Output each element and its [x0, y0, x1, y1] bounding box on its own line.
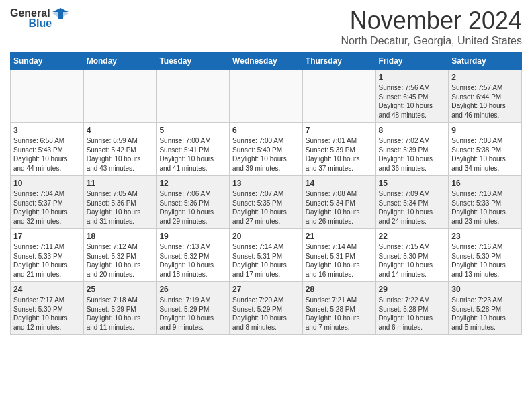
- day-info: Sunrise: 7:01 AM Sunset: 5:39 PM Dayligh…: [306, 136, 373, 173]
- calendar-cell: 8Sunrise: 7:02 AM Sunset: 5:39 PM Daylig…: [375, 123, 449, 176]
- day-info: Sunrise: 7:06 AM Sunset: 5:36 PM Dayligh…: [159, 189, 226, 226]
- day-number: 21: [306, 232, 373, 241]
- day-info: Sunrise: 7:17 AM Sunset: 5:30 PM Dayligh…: [13, 295, 81, 332]
- day-header-saturday: Saturday: [449, 53, 522, 70]
- calendar-cell: 9Sunrise: 7:03 AM Sunset: 5:38 PM Daylig…: [449, 123, 522, 176]
- day-number: 15: [379, 179, 446, 188]
- calendar-cell: 21Sunrise: 7:14 AM Sunset: 5:31 PM Dayli…: [302, 229, 375, 282]
- day-number: 19: [159, 232, 226, 241]
- calendar-cell: 2Sunrise: 7:57 AM Sunset: 6:44 PM Daylig…: [449, 70, 522, 123]
- day-info: Sunrise: 7:12 AM Sunset: 5:32 PM Dayligh…: [87, 242, 154, 279]
- day-number: 30: [451, 285, 519, 294]
- day-info: Sunrise: 7:09 AM Sunset: 5:34 PM Dayligh…: [379, 189, 446, 226]
- location: North Decatur, Georgia, United States: [341, 35, 522, 47]
- day-header-friday: Friday: [375, 53, 449, 70]
- day-number: 16: [451, 179, 519, 188]
- calendar-cell: [83, 70, 157, 123]
- day-info: Sunrise: 7:18 AM Sunset: 5:29 PM Dayligh…: [87, 295, 154, 332]
- calendar-cell: 15Sunrise: 7:09 AM Sunset: 5:34 PM Dayli…: [375, 176, 449, 229]
- calendar-cell: [230, 70, 303, 123]
- day-info: Sunrise: 6:59 AM Sunset: 5:42 PM Dayligh…: [87, 136, 154, 173]
- calendar-cell: 7Sunrise: 7:01 AM Sunset: 5:39 PM Daylig…: [302, 123, 375, 176]
- calendar-header-row: SundayMondayTuesdayWednesdayThursdayFrid…: [11, 53, 522, 70]
- calendar-cell: 13Sunrise: 7:07 AM Sunset: 5:35 PM Dayli…: [230, 176, 303, 229]
- calendar-cell: [11, 70, 84, 123]
- day-header-tuesday: Tuesday: [157, 53, 230, 70]
- title-area: November 2024 North Decatur, Georgia, Un…: [341, 7, 522, 47]
- day-number: 2: [451, 73, 519, 82]
- day-info: Sunrise: 7:04 AM Sunset: 5:37 PM Dayligh…: [13, 189, 81, 226]
- day-number: 14: [306, 179, 373, 188]
- calendar-cell: 29Sunrise: 7:22 AM Sunset: 5:28 PM Dayli…: [375, 282, 449, 335]
- day-info: Sunrise: 7:56 AM Sunset: 6:45 PM Dayligh…: [379, 83, 446, 120]
- day-info: Sunrise: 7:00 AM Sunset: 5:41 PM Dayligh…: [159, 136, 226, 173]
- day-info: Sunrise: 7:00 AM Sunset: 5:40 PM Dayligh…: [232, 136, 300, 173]
- calendar-cell: 20Sunrise: 7:14 AM Sunset: 5:31 PM Dayli…: [230, 229, 303, 282]
- calendar-cell: 25Sunrise: 7:18 AM Sunset: 5:29 PM Dayli…: [83, 282, 157, 335]
- calendar-cell: 5Sunrise: 7:00 AM Sunset: 5:41 PM Daylig…: [157, 123, 230, 176]
- calendar-cell: 6Sunrise: 7:00 AM Sunset: 5:40 PM Daylig…: [230, 123, 303, 176]
- day-number: 13: [232, 179, 300, 188]
- calendar-week-row: 24Sunrise: 7:17 AM Sunset: 5:30 PM Dayli…: [11, 282, 522, 335]
- page-container: General Blue November 2024 North Decatur…: [0, 0, 532, 342]
- header-area: General Blue November 2024 North Decatur…: [10, 7, 522, 47]
- day-info: Sunrise: 7:20 AM Sunset: 5:29 PM Dayligh…: [232, 295, 300, 332]
- calendar-cell: 30Sunrise: 7:23 AM Sunset: 5:28 PM Dayli…: [449, 282, 522, 335]
- day-number: 5: [159, 126, 226, 135]
- calendar-cell: 4Sunrise: 6:59 AM Sunset: 5:42 PM Daylig…: [83, 123, 157, 176]
- calendar-cell: 10Sunrise: 7:04 AM Sunset: 5:37 PM Dayli…: [11, 176, 84, 229]
- day-info: Sunrise: 7:57 AM Sunset: 6:44 PM Dayligh…: [451, 83, 519, 120]
- day-info: Sunrise: 7:23 AM Sunset: 5:28 PM Dayligh…: [451, 295, 519, 332]
- calendar-cell: 23Sunrise: 7:16 AM Sunset: 5:30 PM Dayli…: [449, 229, 522, 282]
- calendar-cell: 1Sunrise: 7:56 AM Sunset: 6:45 PM Daylig…: [375, 70, 449, 123]
- day-info: Sunrise: 7:10 AM Sunset: 5:33 PM Dayligh…: [451, 189, 519, 226]
- calendar-cell: 3Sunrise: 6:58 AM Sunset: 5:43 PM Daylig…: [11, 123, 84, 176]
- day-number: 28: [306, 285, 373, 294]
- day-header-monday: Monday: [83, 53, 157, 70]
- calendar-week-row: 1Sunrise: 7:56 AM Sunset: 6:45 PM Daylig…: [11, 70, 522, 123]
- calendar-cell: 22Sunrise: 7:15 AM Sunset: 5:30 PM Dayli…: [375, 229, 449, 282]
- day-info: Sunrise: 7:08 AM Sunset: 5:34 PM Dayligh…: [306, 189, 373, 226]
- day-number: 18: [87, 232, 154, 241]
- logo: General Blue: [10, 7, 71, 30]
- day-number: 27: [232, 285, 300, 294]
- day-number: 11: [87, 179, 154, 188]
- logo-icon: [51, 7, 70, 20]
- day-number: 17: [13, 232, 81, 241]
- calendar-cell: 24Sunrise: 7:17 AM Sunset: 5:30 PM Dayli…: [11, 282, 84, 335]
- day-header-thursday: Thursday: [302, 53, 375, 70]
- day-number: 23: [451, 232, 519, 241]
- day-info: Sunrise: 7:11 AM Sunset: 5:33 PM Dayligh…: [13, 242, 81, 279]
- day-number: 7: [306, 126, 373, 135]
- day-info: Sunrise: 7:14 AM Sunset: 5:31 PM Dayligh…: [306, 242, 373, 279]
- calendar-cell: 18Sunrise: 7:12 AM Sunset: 5:32 PM Dayli…: [83, 229, 157, 282]
- day-info: Sunrise: 7:22 AM Sunset: 5:28 PM Dayligh…: [379, 295, 446, 332]
- day-number: 20: [232, 232, 300, 241]
- calendar-cell: 19Sunrise: 7:13 AM Sunset: 5:32 PM Dayli…: [157, 229, 230, 282]
- day-number: 4: [87, 126, 154, 135]
- day-header-wednesday: Wednesday: [230, 53, 303, 70]
- calendar-table: SundayMondayTuesdayWednesdayThursdayFrid…: [10, 52, 522, 335]
- day-number: 10: [13, 179, 81, 188]
- day-info: Sunrise: 7:19 AM Sunset: 5:29 PM Dayligh…: [159, 295, 226, 332]
- day-number: 6: [232, 126, 300, 135]
- day-number: 3: [13, 126, 81, 135]
- day-info: Sunrise: 7:21 AM Sunset: 5:28 PM Dayligh…: [306, 295, 373, 332]
- calendar-cell: 27Sunrise: 7:20 AM Sunset: 5:29 PM Dayli…: [230, 282, 303, 335]
- calendar-week-row: 3Sunrise: 6:58 AM Sunset: 5:43 PM Daylig…: [11, 123, 522, 176]
- day-number: 9: [451, 126, 519, 135]
- calendar-cell: 26Sunrise: 7:19 AM Sunset: 5:29 PM Dayli…: [157, 282, 230, 335]
- day-number: 8: [379, 126, 446, 135]
- calendar-week-row: 10Sunrise: 7:04 AM Sunset: 5:37 PM Dayli…: [11, 176, 522, 229]
- day-number: 12: [159, 179, 226, 188]
- calendar-cell: 12Sunrise: 7:06 AM Sunset: 5:36 PM Dayli…: [157, 176, 230, 229]
- day-info: Sunrise: 7:14 AM Sunset: 5:31 PM Dayligh…: [232, 242, 300, 279]
- calendar-cell: [302, 70, 375, 123]
- month-title: November 2024: [341, 7, 522, 35]
- calendar-cell: 11Sunrise: 7:05 AM Sunset: 5:36 PM Dayli…: [83, 176, 157, 229]
- logo-blue: Blue: [28, 17, 52, 30]
- day-number: 24: [13, 285, 81, 294]
- calendar-cell: 28Sunrise: 7:21 AM Sunset: 5:28 PM Dayli…: [302, 282, 375, 335]
- day-number: 25: [87, 285, 154, 294]
- day-header-sunday: Sunday: [11, 53, 84, 70]
